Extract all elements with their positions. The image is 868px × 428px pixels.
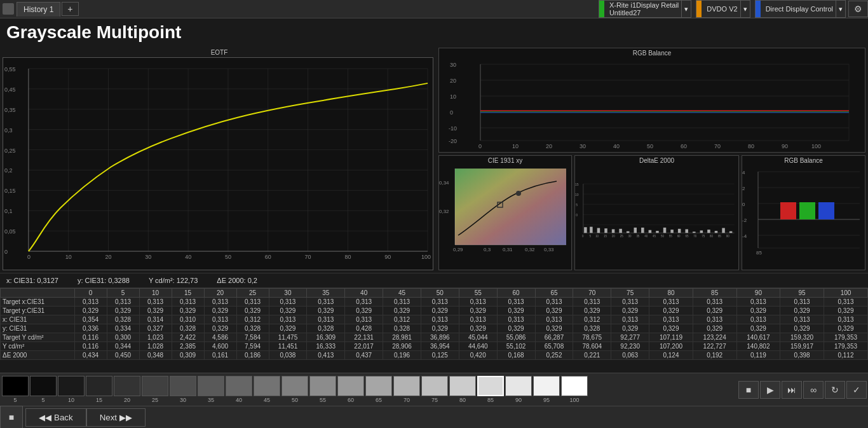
back-button[interactable]: ◀◀ Back	[25, 408, 86, 427]
swatch-85[interactable]: 85	[477, 376, 504, 403]
cell-2-20: 0,313	[824, 315, 867, 324]
swatch-color-55[interactable]	[309, 376, 336, 396]
cell-0-12: 0,313	[497, 297, 535, 306]
next-label: Next	[100, 413, 117, 422]
swatch-65[interactable]: 65	[365, 376, 392, 403]
refresh-button[interactable]: ↻	[825, 381, 845, 399]
cell-0-7: 0,313	[307, 297, 345, 306]
check-button[interactable]: ✓	[846, 381, 867, 399]
cell-2-7: 0,313	[307, 315, 345, 324]
swatch-color-30[interactable]	[170, 376, 196, 396]
swatch-color-25[interactable]	[142, 376, 168, 396]
swatch-50[interactable]: 50	[281, 376, 308, 403]
svg-rect-150	[818, 202, 834, 219]
cell-3-11: 0,329	[459, 324, 497, 333]
cell-4-18: 140,617	[736, 333, 780, 342]
cell-3-14: 0,328	[573, 324, 611, 333]
swatch-color-75[interactable]	[421, 376, 448, 396]
swatch-45[interactable]: 45	[254, 376, 280, 403]
swatch-100[interactable]: 100	[561, 376, 588, 403]
swatch-0[interactable]: 5	[2, 376, 29, 403]
measure-button[interactable]: ■	[0, 406, 23, 428]
device-direct[interactable]: Direct Display Control ▾	[755, 0, 846, 18]
svg-text:20: 20	[612, 235, 615, 238]
cell-0-14: 0,313	[573, 297, 611, 306]
stop-button[interactable]: ■	[738, 381, 759, 399]
swatch-15[interactable]: 15	[86, 376, 112, 403]
swatch-20[interactable]: 20	[114, 376, 140, 403]
loop-button[interactable]: ∞	[803, 381, 824, 399]
swatch-color-35[interactable]	[198, 376, 224, 396]
svg-rect-131	[707, 230, 710, 233]
cell-2-4: 0,313	[204, 315, 236, 324]
device-dvdo-arrow[interactable]: ▾	[740, 1, 750, 17]
svg-rect-130	[700, 231, 703, 233]
device-dvdo[interactable]: DVDO V2 ▾	[696, 0, 750, 18]
next-arrow: ▶▶	[119, 413, 132, 422]
swatch-80[interactable]: 80	[449, 376, 476, 403]
swatch-color-65[interactable]	[365, 376, 392, 396]
swatch-75[interactable]: 75	[421, 376, 448, 403]
swatch-0-color[interactable]	[2, 376, 29, 396]
svg-rect-124	[656, 231, 658, 233]
table-header-1: 0	[74, 288, 107, 297]
swatch-40[interactable]: 40	[226, 376, 252, 403]
swatch-35[interactable]: 35	[198, 376, 224, 403]
cell-5-3: 2,385	[172, 342, 204, 350]
row-label-0: Target x:CIE31	[1, 297, 75, 306]
cell-4-19: 159,320	[780, 333, 824, 342]
svg-text:100: 100	[421, 254, 431, 260]
svg-text:10: 10	[450, 93, 456, 100]
device-direct-arrow[interactable]: ▾	[836, 1, 845, 17]
swatch-color-80[interactable]	[449, 376, 476, 396]
row-label-3: y: CIE31	[1, 324, 75, 333]
swatch-color-100[interactable]	[561, 376, 588, 396]
table-header-15: 70	[573, 288, 611, 297]
cell-1-15: 0,329	[611, 306, 649, 315]
svg-rect-149	[799, 202, 815, 219]
step-forward-button[interactable]: ⏭	[782, 381, 802, 399]
cell-3-3: 0,328	[172, 324, 204, 333]
swatch-color-60[interactable]	[337, 376, 364, 396]
swatch-color-15[interactable]	[86, 376, 112, 396]
device-xrite[interactable]: X-Rite i1Display RetailUntitled27 ▾	[599, 0, 691, 18]
swatch-25[interactable]: 25	[142, 376, 168, 403]
add-tab-button[interactable]: +	[62, 2, 78, 16]
swatch-55[interactable]: 55	[309, 376, 336, 403]
swatch-30[interactable]: 30	[170, 376, 196, 403]
table-header-7: 30	[269, 288, 307, 297]
swatch-color-50[interactable]	[281, 376, 308, 396]
swatch-color-10[interactable]	[58, 376, 85, 396]
svg-text:0: 0	[27, 254, 31, 260]
play-button[interactable]: ▶	[760, 381, 780, 399]
settings-button[interactable]: ⚙	[848, 1, 868, 17]
swatch-10[interactable]: 10	[58, 376, 85, 403]
cell-1-18: 0,329	[736, 306, 780, 315]
next-button[interactable]: Next ▶▶	[86, 408, 146, 427]
svg-text:55: 55	[669, 235, 672, 238]
swatch-60[interactable]: 60	[337, 376, 364, 403]
history-tab[interactable]: History 1	[17, 2, 60, 17]
cell-2-0: 0,354	[74, 315, 107, 324]
swatch-color-90[interactable]	[505, 376, 532, 396]
swatch-color-70[interactable]	[393, 376, 420, 396]
swatch-color-20[interactable]	[114, 376, 140, 396]
swatch-color-85[interactable]	[477, 376, 504, 396]
swatch-90[interactable]: 90	[505, 376, 532, 403]
svg-text:0,32: 0,32	[525, 247, 535, 252]
swatch-color-40[interactable]	[226, 376, 252, 396]
swatch-color-5[interactable]	[30, 376, 57, 396]
svg-rect-133	[722, 228, 724, 233]
swatch-95[interactable]: 95	[533, 376, 560, 403]
swatch-color-95[interactable]	[533, 376, 560, 396]
page-title: Grayscale Multipoint	[0, 18, 868, 45]
swatch-label-55: 55	[320, 397, 326, 403]
cell-5-6: 11,451	[269, 342, 307, 350]
device-xrite-arrow[interactable]: ▾	[681, 1, 691, 17]
cell-2-12: 0,313	[497, 315, 535, 324]
svg-text:30: 30	[628, 235, 632, 238]
swatch-5[interactable]: 5	[30, 376, 57, 403]
swatch-color-45[interactable]	[254, 376, 280, 396]
cell-4-3: 2,422	[172, 333, 204, 342]
swatch-70[interactable]: 70	[393, 376, 420, 403]
